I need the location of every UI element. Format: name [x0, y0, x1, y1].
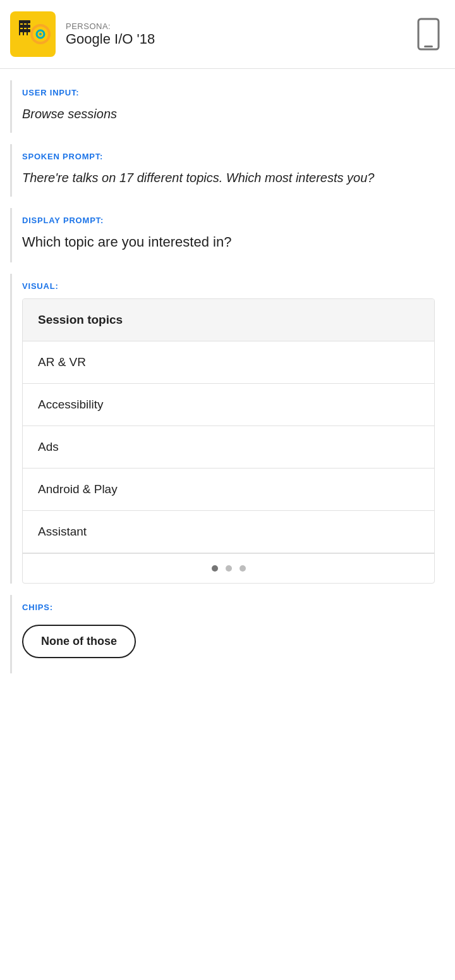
- svg-rect-2: [19, 29, 30, 32]
- user-input-label: USER INPUT:: [12, 80, 445, 102]
- spoken-prompt-label: SPOKEN PROMPT:: [12, 144, 445, 166]
- svg-rect-9: [418, 19, 439, 49]
- svg-rect-6: [19, 20, 20, 35]
- svg-rect-0: [19, 20, 30, 23]
- svg-rect-10: [424, 46, 433, 47]
- chips-label: CHIPS:: [12, 595, 445, 620]
- header: PERSONA: Google I/O '18: [0, 0, 455, 69]
- svg-rect-8: [27, 20, 28, 35]
- pagination-dot-2[interactable]: [226, 565, 232, 572]
- display-prompt-content: Which topic are you interested in?: [12, 230, 445, 262]
- visual-label: VISUAL:: [12, 274, 445, 298]
- card-pagination: [23, 553, 434, 583]
- spoken-prompt-content: There're talks on 17 different topics. W…: [12, 166, 445, 197]
- svg-point-5: [39, 33, 42, 35]
- chips-section: CHIPS: None of those: [10, 595, 445, 673]
- display-prompt-section: DISPLAY PROMPT: Which topic are you inte…: [10, 208, 445, 262]
- pagination-dot-1[interactable]: [212, 565, 218, 572]
- list-item[interactable]: Android & Play: [23, 469, 434, 511]
- visual-card: Session topics AR & VR Accessibility Ads…: [22, 298, 435, 584]
- list-item[interactable]: Accessibility: [23, 384, 434, 426]
- pagination-dot-3[interactable]: [240, 565, 246, 572]
- display-prompt-label: DISPLAY PROMPT:: [12, 208, 445, 230]
- visual-section: VISUAL: Session topics AR & VR Accessibi…: [10, 274, 445, 584]
- user-input-content: Browse sessions: [12, 102, 445, 133]
- list-item[interactable]: Ads: [23, 426, 434, 469]
- svg-rect-7: [23, 20, 24, 35]
- svg-rect-1: [19, 25, 30, 28]
- persona-text: PERSONA: Google I/O '18: [66, 21, 155, 47]
- spoken-prompt-section: SPOKEN PROMPT: There're talks on 17 diff…: [10, 144, 445, 197]
- header-left: PERSONA: Google I/O '18: [10, 11, 155, 57]
- user-input-section: USER INPUT: Browse sessions: [10, 80, 445, 133]
- list-item[interactable]: AR & VR: [23, 341, 434, 384]
- list-item[interactable]: Assistant: [23, 511, 434, 553]
- card-header: Session topics: [23, 299, 434, 341]
- persona-logo: [10, 11, 56, 57]
- persona-label: PERSONA:: [66, 21, 155, 31]
- chips-container: None of those: [12, 620, 445, 673]
- chip-none-of-those[interactable]: None of those: [22, 625, 136, 658]
- persona-name: Google I/O '18: [66, 31, 155, 47]
- phone-icon[interactable]: [415, 20, 442, 48]
